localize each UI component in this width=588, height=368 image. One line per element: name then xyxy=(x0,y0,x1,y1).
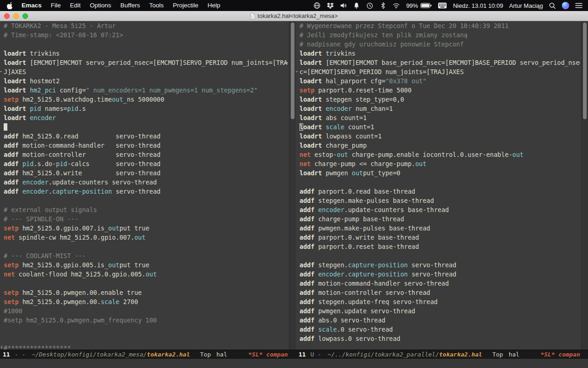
code-token: put_type=0 xyxy=(363,169,400,177)
code-line: net charge-pump <= charge-pump.out xyxy=(296,159,588,168)
code-line: addf scale.0 servo-thread xyxy=(296,325,588,334)
menu-item-emacs[interactable]: Emacs xyxy=(17,0,46,11)
siri-icon[interactable] xyxy=(562,2,569,9)
code-line xyxy=(296,178,588,187)
code-line: loadrt trivkins xyxy=(296,49,588,58)
left-window-scrollbar[interactable] xyxy=(289,21,296,350)
code-token: "0x378 out" xyxy=(385,77,426,85)
menu-item-projectile[interactable]: Projectile xyxy=(168,0,203,11)
menu-item-file[interactable]: File xyxy=(46,0,66,11)
code-line: setp hm2_5i25.0.gpio.007.is_output true xyxy=(0,224,296,233)
apple-icon xyxy=(6,2,13,10)
bluetooth-icon[interactable] xyxy=(379,2,386,9)
apple-menu[interactable] xyxy=(6,2,17,10)
modeline-directory: ~/../konfigi/tokarka2_parallel/ xyxy=(328,350,439,359)
spotlight-icon[interactable] xyxy=(549,2,556,9)
menu-item-edit[interactable]: Edit xyxy=(65,0,85,11)
code-token: setp xyxy=(4,298,19,305)
code-token xyxy=(26,86,30,94)
modeline-filename: tokarka2.hal xyxy=(439,350,482,359)
wifi-icon[interactable] xyxy=(392,3,400,9)
bell-icon[interactable] xyxy=(353,2,360,9)
code-token: -calcs servo-thread xyxy=(67,160,160,167)
code-line: # external output signals xyxy=(0,205,296,214)
code-line: addf stepgen.make-pulses base-thread xyxy=(296,196,588,205)
modeline-directory: ~/Desktop/konfigi/tokarka2_mesa/ xyxy=(32,350,147,359)
code-token: hm2_5i25.0.gpio.007.is_ xyxy=(19,224,108,232)
code-token: servo-thread xyxy=(112,188,161,195)
battery-status[interactable]: 99% xyxy=(406,2,432,9)
scrollbar-thumb[interactable] xyxy=(583,23,587,119)
code-token: motion-controller servo-thread xyxy=(315,289,430,296)
code-line: addf motion-controller servo-thread xyxy=(0,150,296,159)
code-token xyxy=(19,160,23,167)
modeline-major-mode: hal xyxy=(216,350,227,359)
code-token: addf xyxy=(300,234,315,241)
text-cursor-block xyxy=(4,123,7,131)
buffer-text-area-left[interactable]: # TOKARKA2 - Mesa 5i25 - Artur# Time-sta… xyxy=(0,21,296,350)
code-token: stepgen.update-freq servo-thread xyxy=(315,298,438,305)
buffer-text-area-right[interactable]: # Wygenerowane przez Stepconf o Tue Dec … xyxy=(296,21,588,350)
notification-center-icon[interactable] xyxy=(575,3,582,8)
code-line: # TOKARKA2 - Mesa 5i25 - Artur xyxy=(0,21,296,30)
screen: { "menu_bar": { "items": ["Emacs", "File… xyxy=(0,0,588,368)
code-line: # Jeśli zmodyfikujesz ten plik zmiany zo… xyxy=(296,30,588,40)
code-line: addf encoder.update-counters base-thread xyxy=(296,205,588,214)
code-token: 2700 xyxy=(119,298,138,305)
speaker-icon[interactable] xyxy=(340,2,347,9)
menu-item-help[interactable]: Help xyxy=(203,0,225,11)
wrap-continuation-left-icon: ← xyxy=(296,67,300,76)
code-token: encoder xyxy=(318,270,345,278)
code-line xyxy=(296,251,588,260)
menu-bar-clock[interactable]: Niedz. 13.01 10:09 xyxy=(453,2,503,9)
code-line: # Time-stamp: <2017-08-16 07:21> xyxy=(0,30,296,40)
code-token: servo-thread xyxy=(408,270,457,278)
code-token: [EMCMOT]EMCMOT base_period_nsec=[EMCMOT]… xyxy=(322,59,580,66)
code-token: net xyxy=(300,151,311,158)
code-token: hm2_5i25.0.gpio.005.is_ xyxy=(19,261,108,269)
text-cursor-hollow: l xyxy=(300,123,303,131)
code-token: pwmgen.update servo-thread xyxy=(315,307,415,315)
code-line: c=[EMCMOT]SERVO_PERIOD num_joints=[TRAJ]… xyxy=(296,67,588,76)
code-token: lowpass count=1 xyxy=(322,132,382,140)
globe-icon[interactable] xyxy=(313,2,321,9)
close-button[interactable] xyxy=(4,13,10,19)
code-token xyxy=(19,188,23,195)
code-token: addf xyxy=(300,316,315,324)
code-token: hal_parport cfg= xyxy=(322,77,385,85)
code-line: net coolant-flood hm2_5i25.0.gpio.005.ou… xyxy=(0,270,296,279)
echo-area[interactable] xyxy=(0,359,588,368)
code-token: setp xyxy=(4,261,19,269)
menu-item-buffers[interactable]: Buffers xyxy=(116,0,145,11)
right-window-scrollbar[interactable] xyxy=(581,21,588,350)
minimize-button[interactable] xyxy=(13,13,19,19)
code-token xyxy=(322,105,326,112)
code-token: setp xyxy=(4,96,19,103)
code-token: c=[EMCMOT]SERVO_PERIOD num_joints=[TRAJ]… xyxy=(300,68,464,75)
dropbox-icon[interactable] xyxy=(327,2,334,9)
wrap-continuation-right-icon: → xyxy=(283,58,289,67)
input-source-icon[interactable] xyxy=(438,2,447,9)
window-titlebar[interactable]: tokarka2.hal<tokarka2_mesa> xyxy=(0,11,588,21)
code-line: loadrt pwmgen output_type=0 xyxy=(296,168,588,178)
code-token: [EMCMOT]EMCMOT servo_period_nsec=[EMCMOT… xyxy=(26,59,288,66)
code-token: " num_encoders=1 num_pwmgens=1 num_stepg… xyxy=(86,86,258,94)
modeline-flags: U - xyxy=(311,350,321,359)
code-token: addf xyxy=(300,261,315,269)
menu-item-tools[interactable]: Tools xyxy=(145,0,169,11)
code-token: loadrt xyxy=(300,142,322,149)
code-token: motion-command-handler servo-thread xyxy=(19,142,161,149)
code-token: scale xyxy=(326,123,345,131)
code-token: #***************** xyxy=(4,344,71,350)
menu-item-options[interactable]: Options xyxy=(85,0,116,11)
time-machine-icon[interactable] xyxy=(366,2,373,10)
code-line: addf encoder.update-counters servo-threa… xyxy=(0,178,296,187)
code-token xyxy=(19,178,23,186)
modeline-minor-modes: *SL* compan xyxy=(541,350,580,359)
scrollbar-thumb[interactable] xyxy=(291,23,294,119)
code-token: stepgen step_type=0,0 xyxy=(322,96,404,103)
code-line xyxy=(0,279,296,288)
menu-bar-username[interactable]: Artur Maciąg xyxy=(509,2,543,9)
zoom-button[interactable] xyxy=(23,13,28,19)
code-token: net xyxy=(300,160,311,167)
